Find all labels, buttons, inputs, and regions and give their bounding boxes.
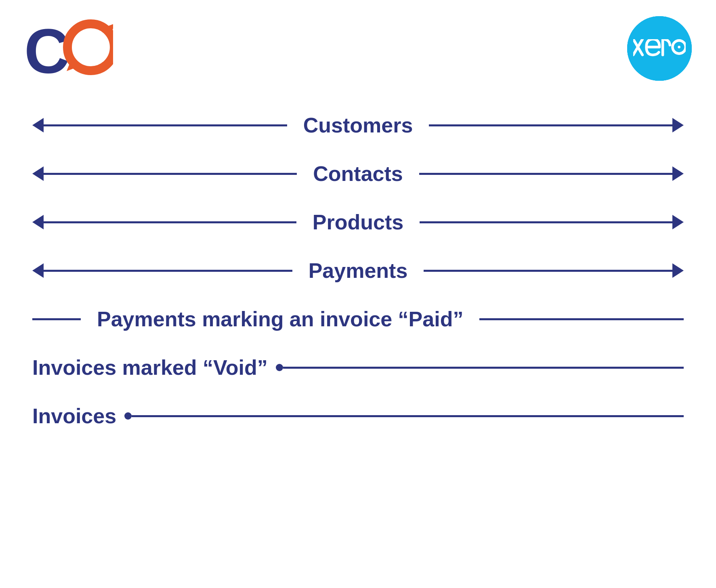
payments-marking-left-arrow bbox=[32, 318, 81, 320]
products-right-arrow bbox=[420, 215, 684, 229]
products-right-line bbox=[420, 221, 672, 223]
xero-logo-circle bbox=[627, 16, 692, 81]
header: C xer xer bbox=[24, 16, 692, 81]
customers-label: Customers bbox=[303, 113, 413, 137]
invoices-void-dot bbox=[276, 364, 283, 371]
row-invoices-void: Invoices marked “Void” bbox=[32, 355, 684, 380]
payments-marking-right-arrow bbox=[479, 318, 684, 320]
row-payments: Payments bbox=[32, 258, 684, 283]
svg-point-14 bbox=[678, 46, 680, 48]
contacts-left-arrowhead bbox=[32, 166, 44, 181]
invoices-dot bbox=[124, 412, 132, 420]
payments-right-line bbox=[424, 270, 672, 272]
contacts-label: Contacts bbox=[313, 162, 403, 185]
contacts-left-line bbox=[44, 173, 297, 175]
payments-left-arrowhead bbox=[32, 263, 44, 278]
row-customers: Customers bbox=[32, 113, 684, 137]
contacts-right-arrowhead bbox=[672, 166, 684, 181]
cq-logo: C bbox=[24, 16, 113, 80]
products-right-arrowhead bbox=[672, 215, 684, 229]
customers-left-line bbox=[44, 124, 287, 126]
customers-left-arrowhead bbox=[32, 118, 44, 132]
contacts-right-line bbox=[419, 173, 672, 175]
row-invoices: Invoices bbox=[32, 404, 684, 428]
rows-container: Customers Contacts bbox=[24, 113, 692, 428]
invoices-label: Invoices bbox=[32, 404, 116, 428]
invoices-void-line bbox=[283, 367, 684, 369]
customers-right-arrow bbox=[429, 118, 684, 132]
invoices-void-label: Invoices marked “Void” bbox=[32, 355, 268, 380]
customers-right-line bbox=[429, 124, 672, 126]
invoices-right-arrow bbox=[132, 415, 684, 417]
payments-right-arrowhead bbox=[672, 263, 684, 278]
products-left-line bbox=[44, 221, 296, 223]
payments-label: Payments bbox=[309, 259, 408, 282]
payments-marking-label: Payments marking an invoice “Paid” bbox=[97, 307, 463, 331]
svg-text:C: C bbox=[24, 16, 69, 79]
contacts-right-arrow bbox=[419, 166, 684, 181]
svg-point-4 bbox=[76, 33, 105, 62]
customers-left-arrow bbox=[32, 118, 287, 132]
products-left-arrowhead bbox=[32, 215, 44, 229]
payments-marking-label-wrap: Payments marking an invoice “Paid” bbox=[97, 307, 463, 331]
customers-right-arrowhead bbox=[672, 118, 684, 132]
contacts-left-arrow bbox=[32, 166, 297, 181]
payments-left-arrow bbox=[32, 263, 292, 278]
payments-marking-short-line bbox=[32, 318, 81, 320]
payments-right-arrow bbox=[424, 263, 684, 278]
row-contacts: Contacts bbox=[32, 162, 684, 186]
products-label: Products bbox=[313, 210, 403, 234]
products-left-arrow bbox=[32, 215, 296, 229]
row-products: Products bbox=[32, 210, 684, 234]
invoices-void-right-arrow bbox=[283, 367, 684, 369]
payments-left-line bbox=[44, 270, 292, 272]
page-container: C xer xer bbox=[0, 0, 716, 588]
invoices-line bbox=[132, 415, 684, 417]
row-payments-marking: Payments marking an invoice “Paid” bbox=[32, 307, 684, 331]
payments-marking-right-line bbox=[479, 318, 684, 320]
